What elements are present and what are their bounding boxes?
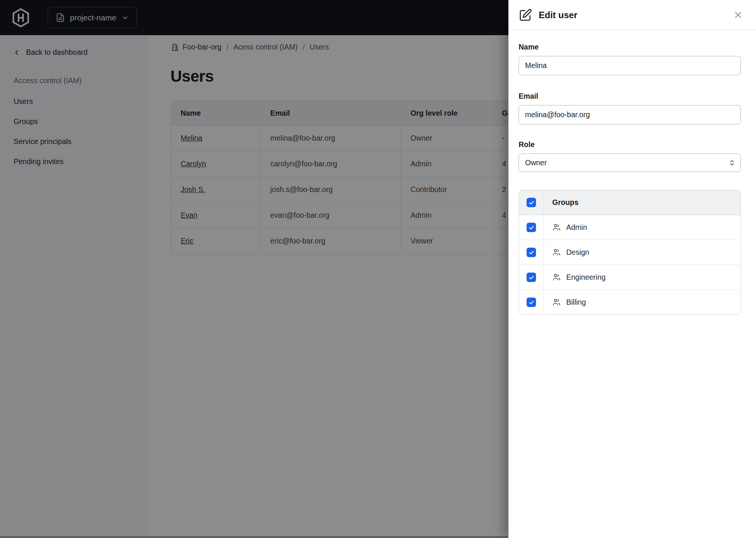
close-icon[interactable] bbox=[731, 8, 745, 22]
groups-panel-title: Groups bbox=[552, 198, 578, 207]
group-label: Billing bbox=[566, 298, 586, 307]
group-checkbox-engineering[interactable] bbox=[527, 273, 536, 282]
email-field[interactable] bbox=[519, 105, 741, 124]
drawer-body: Name Email Role Owner Gro bbox=[508, 30, 756, 315]
groups-select-all-checkbox[interactable] bbox=[527, 198, 536, 207]
group-label: Engineering bbox=[566, 273, 606, 282]
groups-panel-header: Groups bbox=[519, 190, 741, 215]
select-stepper-icon bbox=[728, 159, 736, 167]
group-row-engineering: Engineering bbox=[519, 265, 741, 290]
drawer-header: Edit user bbox=[508, 0, 756, 30]
group-row-design: Design bbox=[519, 240, 741, 265]
role-field-label: Role bbox=[519, 140, 741, 149]
role-select[interactable]: Owner bbox=[519, 153, 741, 172]
users-group-icon bbox=[552, 248, 561, 257]
edit-pencil-icon bbox=[519, 8, 532, 22]
group-row-admin: Admin bbox=[519, 215, 741, 240]
users-group-icon bbox=[552, 298, 561, 307]
drawer-title: Edit user bbox=[539, 10, 578, 20]
email-field-label: Email bbox=[519, 92, 741, 101]
group-checkbox-admin[interactable] bbox=[527, 223, 536, 232]
group-row-billing: Billing bbox=[519, 290, 741, 315]
users-group-icon bbox=[552, 223, 561, 232]
name-field[interactable] bbox=[519, 56, 741, 75]
groups-panel: Groups Admin bbox=[519, 190, 741, 315]
role-selected-value: Owner bbox=[525, 158, 547, 167]
users-group-icon bbox=[552, 273, 561, 282]
name-field-label: Name bbox=[519, 43, 741, 51]
edit-user-drawer: Edit user Name Email Role Owner bbox=[508, 0, 756, 538]
bottom-edge-divider bbox=[0, 536, 508, 538]
group-label: Admin bbox=[566, 223, 587, 232]
group-checkbox-billing[interactable] bbox=[527, 298, 536, 307]
group-checkbox-design[interactable] bbox=[527, 248, 536, 257]
group-label: Design bbox=[566, 248, 589, 257]
